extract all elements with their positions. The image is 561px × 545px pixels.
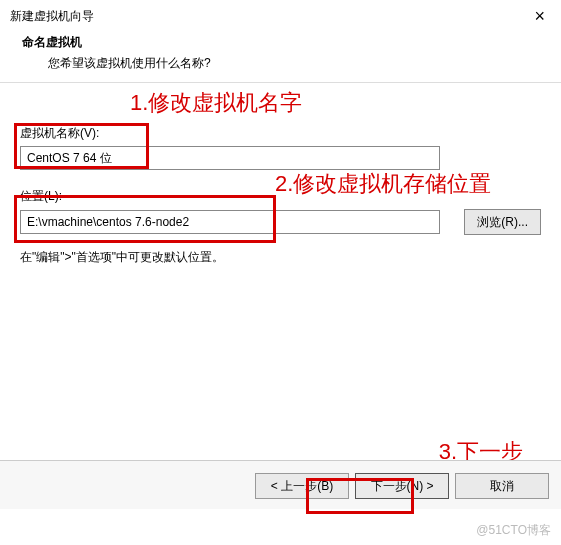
location-hint: 在"编辑">"首选项"中可更改默认位置。 (20, 249, 541, 266)
vm-name-input[interactable] (20, 146, 440, 170)
wizard-content: 1.修改虚拟机名字 虚拟机名称(V): 2.修改虚拟机存储位置 位置(L): 浏… (0, 83, 561, 443)
titlebar: 新建虚拟机向导 × (0, 0, 561, 28)
browse-button[interactable]: 浏览(R)... (464, 209, 541, 235)
annotation-2: 2.修改虚拟机存储位置 (275, 169, 491, 199)
vm-name-group: 虚拟机名称(V): (20, 125, 541, 170)
vm-name-label: 虚拟机名称(V): (20, 125, 541, 142)
annotation-1: 1.修改虚拟机名字 (130, 88, 302, 118)
close-icon[interactable]: × (528, 6, 551, 27)
wizard-footer: < 上一步(B) 下一步(N) > 取消 (0, 460, 561, 509)
window-title: 新建虚拟机向导 (10, 8, 94, 25)
back-button[interactable]: < 上一步(B) (255, 473, 349, 499)
wizard-header: 命名虚拟机 您希望该虚拟机使用什么名称? (0, 28, 561, 83)
vm-location-input[interactable] (20, 210, 440, 234)
next-button[interactable]: 下一步(N) > (355, 473, 449, 499)
watermark: @51CTO博客 (476, 522, 551, 539)
page-subheading: 您希望该虚拟机使用什么名称? (22, 55, 551, 72)
vm-location-row: 浏览(R)... (20, 209, 541, 235)
page-heading: 命名虚拟机 (22, 34, 551, 51)
cancel-button[interactable]: 取消 (455, 473, 549, 499)
